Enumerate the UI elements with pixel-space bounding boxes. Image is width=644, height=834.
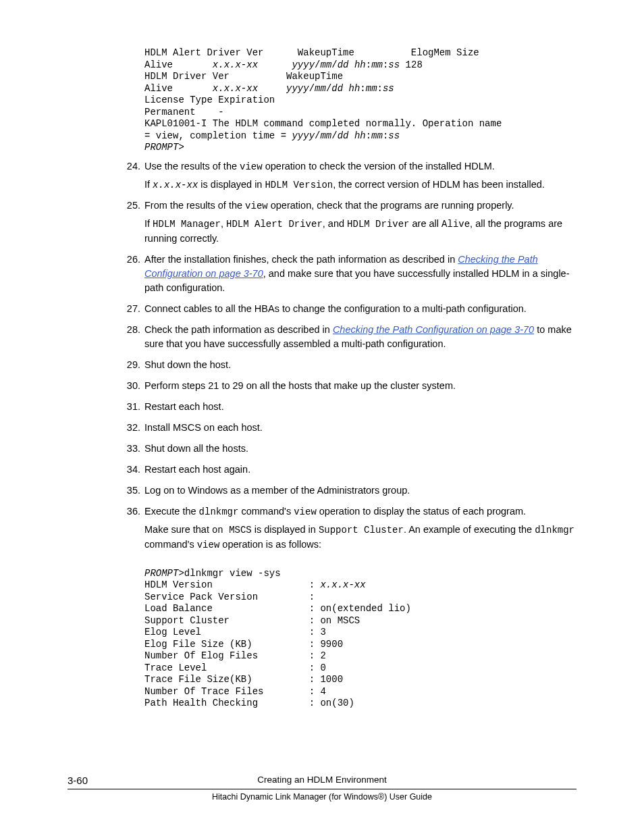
step-number: 36. xyxy=(122,504,140,519)
step-text: From the results of the view operation, … xyxy=(144,200,514,211)
step-29: 29. Shut down the host. xyxy=(122,358,576,372)
step-number: 31. xyxy=(122,400,140,414)
code-output-2: PROMPT>dlnkmgr view -sys HDLM Version : … xyxy=(144,568,576,710)
page: HDLM Alert Driver Ver WakeupTime ElogMem… xyxy=(0,0,644,834)
step-text: Check the path information as described … xyxy=(144,324,572,349)
step-32: 32. Install MSCS on each host. xyxy=(122,421,576,435)
step-sub: If x.x.x-xx is displayed in HDLM Version… xyxy=(144,178,576,192)
step-number: 34. xyxy=(122,463,140,477)
step-number: 27. xyxy=(122,302,140,316)
step-number: 28. xyxy=(122,323,140,337)
step-26: 26. After the installation finishes, che… xyxy=(122,253,576,295)
code-output-1: HDLM Alert Driver Ver WakeupTime ElogMem… xyxy=(144,47,576,154)
step-28: 28. Check the path information as descri… xyxy=(122,323,576,351)
step-text: After the installation finishes, check t… xyxy=(144,254,570,293)
step-text: Restart each host again. xyxy=(144,464,250,475)
step-text: Log on to Windows as a member of the Adm… xyxy=(144,485,410,496)
step-sub: Make sure that on MSCS is displayed in S… xyxy=(144,523,576,552)
step-25: 25. From the results of the view operati… xyxy=(122,199,576,246)
step-27: 27. Connect cables to all the HBAs to ch… xyxy=(122,302,576,316)
step-text: Shut down all the hosts. xyxy=(144,443,248,454)
step-24: 24. Use the results of the view operatio… xyxy=(122,159,576,192)
step-text: Shut down the host. xyxy=(144,359,231,370)
step-sub: If HDLM Manager, HDLM Alert Driver, and … xyxy=(144,217,576,245)
step-text: Perform steps 21 to 29 on all the hosts … xyxy=(144,380,456,391)
step-text: Restart each host. xyxy=(144,401,224,412)
page-footer: 3-60 Creating an HDLM Environment Hitach… xyxy=(68,775,576,802)
page-number: 3-60 xyxy=(68,775,88,786)
footer-title: Creating an HDLM Environment xyxy=(68,775,576,785)
step-number: 26. xyxy=(122,253,140,267)
step-36: 36. Execute the dlnkmgr command's view o… xyxy=(122,504,576,552)
step-number: 33. xyxy=(122,442,140,456)
step-number: 35. xyxy=(122,484,140,498)
step-number: 25. xyxy=(122,199,140,213)
step-34: 34. Restart each host again. xyxy=(122,463,576,477)
step-text: Execute the dlnkmgr command's view opera… xyxy=(144,506,526,517)
content: HDLM Alert Driver Ver WakeupTime ElogMem… xyxy=(122,47,576,710)
step-31: 31. Restart each host. xyxy=(122,400,576,414)
step-33: 33. Shut down all the hosts. xyxy=(122,442,576,456)
step-35: 35. Log on to Windows as a member of the… xyxy=(122,484,576,498)
step-list: 24. Use the results of the view operatio… xyxy=(122,159,576,552)
step-text: Use the results of the view operation to… xyxy=(144,161,495,172)
footer-rule xyxy=(68,789,576,789)
step-number: 29. xyxy=(122,358,140,372)
step-number: 30. xyxy=(122,379,140,393)
step-number: 32. xyxy=(122,421,140,435)
step-number: 24. xyxy=(122,159,140,174)
footer-sub: Hitachi Dynamic Link Manager (for Window… xyxy=(68,792,576,802)
step-30: 30. Perform steps 21 to 29 on all the ho… xyxy=(122,379,576,393)
step-text: Connect cables to all the HBAs to change… xyxy=(144,303,527,314)
step-text: Install MSCS on each host. xyxy=(144,422,263,433)
link-checking-path[interactable]: Checking the Path Configuration on page … xyxy=(333,324,534,335)
